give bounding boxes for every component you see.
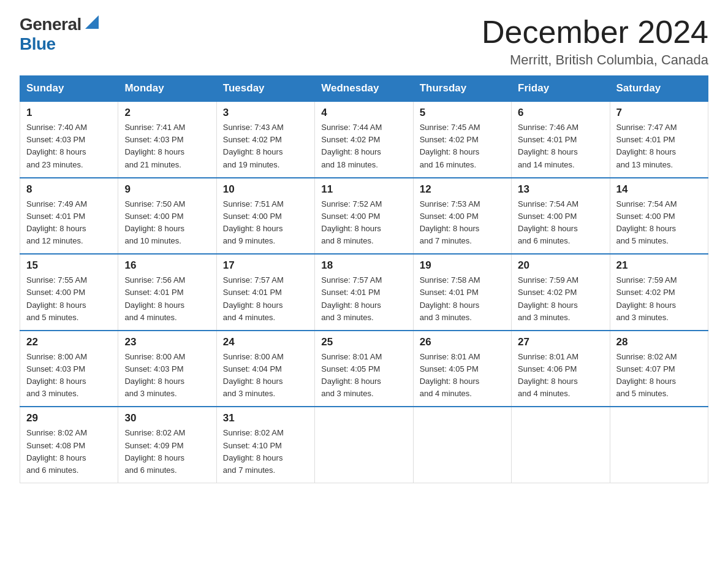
calendar-cell: 15Sunrise: 7:55 AMSunset: 4:00 PMDayligh… [20,254,118,331]
day-number: 8 [26,183,112,196]
day-info: Sunrise: 7:56 AMSunset: 4:01 PMDaylight:… [124,274,210,324]
day-info: Sunrise: 7:46 AMSunset: 4:01 PMDaylight:… [518,121,603,171]
day-info: Sunrise: 8:02 AMSunset: 4:08 PMDaylight:… [26,427,112,477]
calendar-cell: 22Sunrise: 8:00 AMSunset: 4:03 PMDayligh… [20,331,118,407]
calendar-cell [315,407,413,483]
day-info: Sunrise: 7:53 AMSunset: 4:00 PMDaylight:… [420,198,505,248]
calendar-week-row: 1Sunrise: 7:40 AMSunset: 4:03 PMDaylight… [20,101,708,178]
day-info: Sunrise: 7:54 AMSunset: 4:00 PMDaylight:… [518,198,603,248]
calendar-cell [413,407,511,483]
svg-marker-0 [85,15,99,29]
day-number: 22 [26,336,112,348]
calendar-cell: 5Sunrise: 7:45 AMSunset: 4:02 PMDaylight… [413,101,511,178]
day-info: Sunrise: 8:00 AMSunset: 4:03 PMDaylight:… [26,351,112,400]
calendar-cell: 7Sunrise: 7:47 AMSunset: 4:01 PMDaylight… [610,101,708,178]
day-info: Sunrise: 7:54 AMSunset: 4:00 PMDaylight:… [616,198,702,248]
calendar-header-tuesday: Tuesday [216,76,314,102]
calendar-header-monday: Monday [118,76,216,102]
calendar-cell: 14Sunrise: 7:54 AMSunset: 4:00 PMDayligh… [610,178,708,255]
day-number: 28 [616,336,702,348]
header: General Blue December 2024 Merritt, Brit… [20,15,708,68]
calendar-header-friday: Friday [512,76,610,102]
day-number: 6 [518,107,603,119]
calendar-cell: 26Sunrise: 8:01 AMSunset: 4:05 PMDayligh… [413,331,511,407]
calendar-cell: 3Sunrise: 7:43 AMSunset: 4:02 PMDaylight… [216,101,314,178]
day-info: Sunrise: 7:47 AMSunset: 4:01 PMDaylight:… [616,121,702,171]
day-number: 1 [26,107,112,119]
calendar-cell: 17Sunrise: 7:57 AMSunset: 4:01 PMDayligh… [216,254,314,331]
calendar-cell: 21Sunrise: 7:59 AMSunset: 4:02 PMDayligh… [610,254,708,331]
logo-blue: Blue [20,34,56,54]
calendar-cell: 12Sunrise: 7:53 AMSunset: 4:00 PMDayligh… [413,178,511,255]
day-info: Sunrise: 8:00 AMSunset: 4:03 PMDaylight:… [124,351,210,400]
day-info: Sunrise: 7:52 AMSunset: 4:00 PMDaylight:… [321,198,406,248]
day-info: Sunrise: 8:02 AMSunset: 4:09 PMDaylight:… [124,427,210,477]
day-number: 25 [321,336,406,348]
day-number: 2 [124,107,210,119]
day-info: Sunrise: 7:41 AMSunset: 4:03 PMDaylight:… [124,121,210,171]
calendar-cell: 2Sunrise: 7:41 AMSunset: 4:03 PMDaylight… [118,101,216,178]
day-info: Sunrise: 8:01 AMSunset: 4:05 PMDaylight:… [420,351,505,400]
day-info: Sunrise: 7:57 AMSunset: 4:01 PMDaylight:… [321,274,406,324]
day-info: Sunrise: 7:45 AMSunset: 4:02 PMDaylight:… [420,121,505,171]
calendar-cell: 24Sunrise: 8:00 AMSunset: 4:04 PMDayligh… [216,331,314,407]
day-number: 30 [124,412,210,424]
day-number: 10 [223,183,308,196]
calendar-cell: 20Sunrise: 7:59 AMSunset: 4:02 PMDayligh… [512,254,610,331]
title-block: December 2024 Merritt, British Columbia,… [482,15,708,68]
calendar-cell: 9Sunrise: 7:50 AMSunset: 4:00 PMDaylight… [118,178,216,255]
day-info: Sunrise: 7:59 AMSunset: 4:02 PMDaylight:… [616,274,702,324]
day-info: Sunrise: 7:55 AMSunset: 4:00 PMDaylight:… [26,274,112,324]
day-number: 21 [616,259,702,272]
calendar-header-thursday: Thursday [413,76,511,102]
day-info: Sunrise: 8:01 AMSunset: 4:06 PMDaylight:… [518,351,603,400]
logo: General Blue [20,15,99,54]
day-number: 4 [321,107,406,119]
calendar-header-sunday: Sunday [20,76,118,102]
day-info: Sunrise: 7:43 AMSunset: 4:02 PMDaylight:… [223,121,308,171]
calendar-cell [610,407,708,483]
calendar-cell: 1Sunrise: 7:40 AMSunset: 4:03 PMDaylight… [20,101,118,178]
calendar-cell: 13Sunrise: 7:54 AMSunset: 4:00 PMDayligh… [512,178,610,255]
day-number: 11 [321,183,406,196]
calendar-cell: 30Sunrise: 8:02 AMSunset: 4:09 PMDayligh… [118,407,216,483]
calendar-cell: 16Sunrise: 7:56 AMSunset: 4:01 PMDayligh… [118,254,216,331]
calendar-cell: 25Sunrise: 8:01 AMSunset: 4:05 PMDayligh… [315,331,413,407]
calendar-cell: 18Sunrise: 7:57 AMSunset: 4:01 PMDayligh… [315,254,413,331]
day-number: 5 [420,107,505,119]
calendar-week-row: 15Sunrise: 7:55 AMSunset: 4:00 PMDayligh… [20,254,708,331]
logo-general: General [20,15,82,34]
calendar-cell: 23Sunrise: 8:00 AMSunset: 4:03 PMDayligh… [118,331,216,407]
day-info: Sunrise: 8:02 AMSunset: 4:10 PMDaylight:… [223,427,308,477]
calendar-cell: 4Sunrise: 7:44 AMSunset: 4:02 PMDaylight… [315,101,413,178]
day-number: 15 [26,259,112,272]
day-number: 18 [321,259,406,272]
day-info: Sunrise: 7:49 AMSunset: 4:01 PMDaylight:… [26,198,112,248]
day-number: 3 [223,107,308,119]
calendar-header-saturday: Saturday [610,76,708,102]
calendar-week-row: 8Sunrise: 7:49 AMSunset: 4:01 PMDaylight… [20,178,708,255]
day-number: 31 [223,412,308,424]
day-info: Sunrise: 7:59 AMSunset: 4:02 PMDaylight:… [518,274,603,324]
day-info: Sunrise: 7:57 AMSunset: 4:01 PMDaylight:… [223,274,308,324]
day-number: 29 [26,412,112,424]
day-number: 20 [518,259,603,272]
calendar-cell: 11Sunrise: 7:52 AMSunset: 4:00 PMDayligh… [315,178,413,255]
calendar-cell: 28Sunrise: 8:02 AMSunset: 4:07 PMDayligh… [610,331,708,407]
day-number: 26 [420,336,505,348]
day-info: Sunrise: 8:01 AMSunset: 4:05 PMDaylight:… [321,351,406,400]
day-number: 7 [616,107,702,119]
day-number: 23 [124,336,210,348]
calendar-week-row: 22Sunrise: 8:00 AMSunset: 4:03 PMDayligh… [20,331,708,407]
day-number: 16 [124,259,210,272]
calendar-table: SundayMondayTuesdayWednesdayThursdayFrid… [20,75,708,483]
day-number: 17 [223,259,308,272]
day-number: 13 [518,183,603,196]
day-number: 9 [124,183,210,196]
day-info: Sunrise: 7:40 AMSunset: 4:03 PMDaylight:… [26,121,112,171]
calendar-cell: 31Sunrise: 8:02 AMSunset: 4:10 PMDayligh… [216,407,314,483]
calendar-cell: 29Sunrise: 8:02 AMSunset: 4:08 PMDayligh… [20,407,118,483]
calendar-header-wednesday: Wednesday [315,76,413,102]
day-info: Sunrise: 7:51 AMSunset: 4:00 PMDaylight:… [223,198,308,248]
day-number: 12 [420,183,505,196]
